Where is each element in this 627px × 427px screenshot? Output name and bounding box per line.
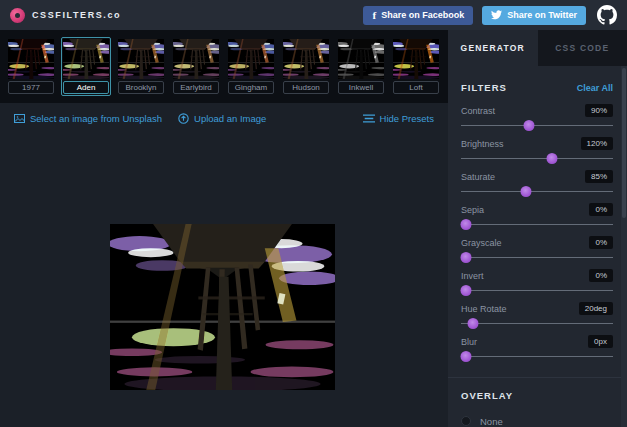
facebook-icon: f — [372, 10, 376, 21]
content-area: 1977 — [0, 30, 448, 427]
slider-label: Brightness — [461, 139, 504, 149]
slider-track-brightness[interactable] — [461, 158, 613, 159]
logo-icon — [10, 8, 25, 23]
preset-tile-aden[interactable]: Aden — [61, 37, 111, 96]
overlay-heading: OVERLAY — [461, 390, 613, 401]
sidebar-tabs: GENERATORCSS CODE — [448, 30, 627, 66]
slider-track-blur[interactable] — [461, 356, 613, 357]
sliders-list: Contrast90%Brightness120%Saturate85%Sepi… — [461, 103, 613, 367]
slider-row-sepia: Sepia0% — [461, 202, 613, 235]
sidebar-scrollbar-thumb[interactable] — [622, 68, 626, 218]
slider-thumb-brightness[interactable] — [547, 153, 558, 164]
preset-tile-brooklyn[interactable]: Brooklyn — [116, 37, 166, 96]
pier-photo-art — [173, 39, 219, 79]
share-twitter-button[interactable]: Share on Twitter — [482, 6, 586, 25]
unsplash-link-label: Select an image from Unsplash — [30, 113, 162, 124]
share-facebook-label: Share on Facebook — [381, 10, 464, 20]
slider-track-grayscale[interactable] — [461, 257, 613, 258]
preset-thumbnail — [8, 39, 54, 79]
preset-thumbnail — [173, 39, 219, 79]
section-divider — [448, 377, 627, 378]
slider-label: Contrast — [461, 106, 495, 116]
pier-photo-art — [393, 39, 439, 79]
preset-label: Hudson — [283, 81, 329, 94]
slider-thumb-hue-rotate[interactable] — [468, 318, 479, 329]
header: CSSFILTERS.co f Share on Facebook Share … — [0, 0, 627, 30]
filters-panel: FILTERS Clear All Contrast90%Brightness1… — [448, 66, 627, 427]
slider-header: Blur0px — [461, 334, 613, 349]
preset-tile-1977[interactable]: 1977 — [6, 37, 56, 96]
slider-header: Grayscale0% — [461, 235, 613, 250]
slider-row-saturate: Saturate85% — [461, 169, 613, 202]
upload-link-label: Upload an Image — [194, 113, 266, 124]
tab-css-code[interactable]: CSS CODE — [538, 30, 627, 66]
slider-row-grayscale: Grayscale0% — [461, 235, 613, 268]
preset-tile-gingham[interactable]: Gingham — [226, 37, 276, 96]
slider-thumb-invert[interactable] — [460, 285, 471, 296]
main-area: 1977 — [0, 30, 627, 427]
preset-thumbnail — [393, 39, 439, 79]
overlay-option-none[interactable]: None — [461, 413, 613, 427]
preset-tile-loft[interactable]: Loft — [391, 37, 441, 96]
logo[interactable]: CSSFILTERS.co — [10, 8, 121, 23]
slider-thumb-grayscale[interactable] — [460, 252, 471, 263]
preset-thumbnail — [118, 39, 164, 79]
upload-image-link[interactable]: Upload an Image — [178, 113, 266, 124]
preset-label: Brooklyn — [118, 81, 164, 94]
preset-strip: 1977 — [0, 30, 448, 103]
github-link[interactable] — [597, 5, 617, 25]
tab-generator[interactable]: GENERATOR — [448, 30, 538, 66]
slider-label: Grayscale — [461, 238, 502, 248]
slider-row-blur: Blur0px — [461, 334, 613, 367]
slider-thumb-contrast[interactable] — [524, 120, 535, 131]
preset-tile-earlybird[interactable]: Earlybird — [171, 37, 221, 96]
preset-label: Aden — [63, 81, 109, 94]
pier-photo-art — [110, 224, 335, 390]
slider-value: 0% — [589, 269, 613, 282]
image-stage — [0, 134, 448, 427]
slider-track-invert[interactable] — [461, 290, 613, 291]
radio-label: None — [480, 416, 503, 427]
slider-track-sepia[interactable] — [461, 224, 613, 225]
twitter-icon — [491, 10, 502, 20]
preset-tile-hudson[interactable]: Hudson — [281, 37, 331, 96]
slider-value: 90% — [585, 104, 613, 117]
preset-label: Loft — [393, 81, 439, 94]
slider-value: 0% — [589, 236, 613, 249]
github-icon — [597, 5, 617, 25]
filters-heading: FILTERS — [461, 82, 507, 93]
slider-thumb-saturate[interactable] — [520, 186, 531, 197]
slider-track-hue-rotate[interactable] — [461, 323, 613, 324]
image-toolbar: Select an image from Unsplash Upload an … — [0, 103, 448, 134]
pier-photo-art — [8, 39, 54, 79]
app-root: CSSFILTERS.co f Share on Facebook Share … — [0, 0, 627, 427]
preset-thumbnail — [228, 39, 274, 79]
image-icon — [14, 114, 25, 123]
slider-value: 0px — [588, 335, 613, 348]
slider-header: Contrast90% — [461, 103, 613, 118]
hide-presets-link[interactable]: Hide Presets — [363, 113, 434, 124]
clear-all-link[interactable]: Clear All — [577, 83, 613, 93]
preset-thumbnail — [283, 39, 329, 79]
slider-header: Invert0% — [461, 268, 613, 283]
sidebar: GENERATORCSS CODE FILTERS Clear All Cont… — [448, 30, 627, 427]
hide-presets-icon — [363, 114, 375, 123]
slider-label: Hue Rotate — [461, 304, 507, 314]
slider-value: 85% — [585, 170, 613, 183]
share-facebook-button[interactable]: f Share on Facebook — [363, 6, 473, 25]
upload-icon — [178, 113, 189, 124]
slider-track-saturate[interactable] — [461, 191, 613, 192]
preset-tile-inkwell[interactable]: Inkwell — [336, 37, 386, 96]
preset-label: Gingham — [228, 81, 274, 94]
slider-thumb-blur[interactable] — [460, 351, 471, 362]
slider-track-contrast[interactable] — [461, 125, 613, 126]
slider-thumb-sepia[interactable] — [460, 219, 471, 230]
radio-icon — [461, 416, 471, 426]
unsplash-link[interactable]: Select an image from Unsplash — [14, 113, 162, 124]
slider-value: 120% — [581, 137, 613, 150]
preset-thumbnail — [338, 39, 384, 79]
sidebar-scrollbar[interactable] — [621, 66, 627, 427]
filters-panel-head: FILTERS Clear All — [461, 82, 613, 93]
pier-photo-art — [118, 39, 164, 79]
header-actions: f Share on Facebook Share on Twitter — [363, 5, 617, 25]
